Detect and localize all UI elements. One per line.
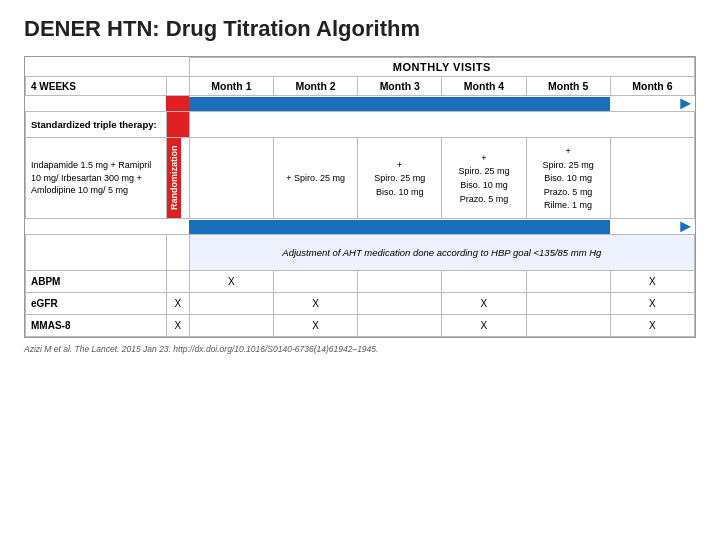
month1-drug [189,138,273,219]
blue-bar-bottom-cell [189,219,610,235]
std-therapy-content [189,112,694,138]
right-arrow-icon-2: ► [677,216,695,236]
blue-bar-cell [189,96,610,112]
monthly-visits-label: MONTHLY VISITS [189,58,694,77]
abpm-m4 [442,271,526,293]
mmas-label: MMAS-8 [26,315,167,337]
adjustment-text: Adjustment of AHT medication done accord… [189,235,694,271]
egfr-label: eGFR [26,293,167,315]
std-therapy-label: Standardized triple therapy: [26,112,167,138]
titration-table: MONTHLY VISITS 4 WEEKS Month 1 Month 2 M… [25,57,695,337]
month3-addition: +Spiro. 25 mgBiso. 10 mg [374,160,425,197]
month3-header: Month 3 [358,77,442,96]
egfr-m3 [358,293,442,315]
adj-rand [166,235,189,271]
blue-arrow-label [26,96,167,112]
month2-drug: + Spiro. 25 mg [273,138,357,219]
abpm-rand [166,271,189,293]
arrow-bot-rand [166,219,189,235]
monthly-visits-header-row: MONTHLY VISITS [26,58,695,77]
month4-drug: +Spiro. 25 mgBiso. 10 mgPrazo. 5 mg [442,138,526,219]
abpm-row: ABPM X X [26,271,695,293]
arrow-end-cell: ► [610,96,694,112]
egfr-m6: X [610,293,694,315]
mmas-m3 [358,315,442,337]
egfr-m4: X [442,293,526,315]
randomization-label: Randomization [167,138,181,218]
drug-label: Indapamide 1.5 mg + Ramipril 10 mg/ Irbe… [26,138,167,219]
adj-empty [26,235,167,271]
std-rand-cell [166,112,189,138]
randomization-cell: Randomization [166,138,189,219]
egfr-rand: X [166,293,189,315]
mmas-m4: X [442,315,526,337]
rand-spacer [166,58,189,77]
adjustment-row: Adjustment of AHT medication done accord… [26,235,695,271]
blue-bar-bottom [189,220,610,234]
page-title: DENER HTN: Drug Titration Algorithm [24,16,696,42]
egfr-m5 [526,293,610,315]
egfr-row: eGFR X X X X [26,293,695,315]
mmas-m2: X [273,315,357,337]
abpm-m3 [358,271,442,293]
empty-label-cell [26,58,167,77]
month5-drug: +Spiro. 25 mgBiso. 10 mgPrazo. 5 mgRilme… [526,138,610,219]
month-headers-row: 4 WEEKS Month 1 Month 2 Month 3 Month 4 … [26,77,695,96]
abpm-m1: X [189,271,273,293]
month5-addition: +Spiro. 25 mgBiso. 10 mgPrazo. 5 mgRilme… [543,146,594,210]
blue-arrow-row: ► [26,96,695,112]
main-table-wrapper: MONTHLY VISITS 4 WEEKS Month 1 Month 2 M… [24,56,696,338]
arrow-bot-end: ► [610,219,694,235]
drug-row: Indapamide 1.5 mg + Ramipril 10 mg/ Irbe… [26,138,695,219]
month5-header: Month 5 [526,77,610,96]
month3-drug: +Spiro. 25 mgBiso. 10 mg [358,138,442,219]
mmas-rand: X [166,315,189,337]
mmas-row: MMAS-8 X X X X [26,315,695,337]
month6-drug [610,138,694,219]
rand-col-header [166,77,189,96]
month4-addition: +Spiro. 25 mgBiso. 10 mgPrazo. 5 mg [458,153,509,204]
month2-addition: + Spiro. 25 mg [286,173,345,183]
blue-arrow-bottom-row: ► [26,219,695,235]
month4-header: Month 4 [442,77,526,96]
mmas-m6: X [610,315,694,337]
mmas-m1 [189,315,273,337]
reference-text: Azizi M et al. The Lancet. 2015 Jan 23. … [24,344,696,354]
abpm-m6: X [610,271,694,293]
mmas-m5 [526,315,610,337]
month1-header: Month 1 [189,77,273,96]
blue-bar [189,97,610,111]
month2-header: Month 2 [273,77,357,96]
egfr-m2: X [273,293,357,315]
four-weeks-label: 4 WEEKS [26,77,167,96]
std-therapy-row: Standardized triple therapy: [26,112,695,138]
abpm-m2 [273,271,357,293]
red-bar-top [166,96,189,112]
right-arrow-icon: ► [677,93,695,113]
abpm-m5 [526,271,610,293]
arrow-bot-label [26,219,167,235]
abpm-label: ABPM [26,271,167,293]
egfr-m1 [189,293,273,315]
